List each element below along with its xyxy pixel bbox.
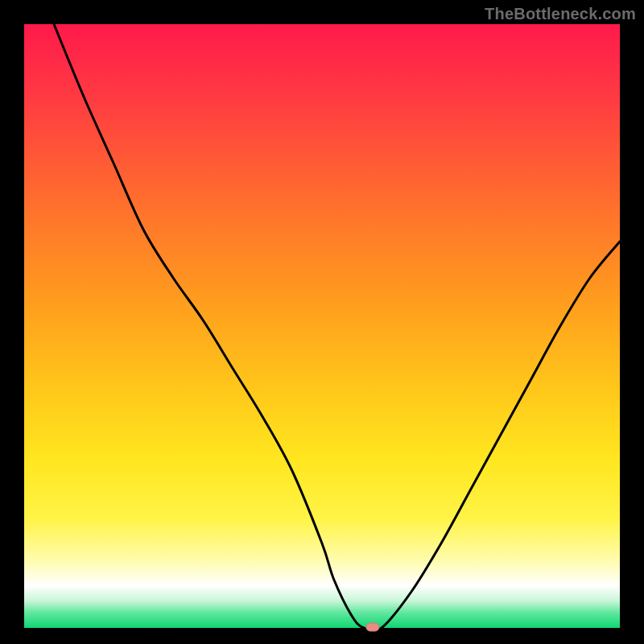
watermark-label: TheBottleneck.com — [485, 5, 636, 23]
plot-background — [24, 24, 620, 628]
optimum-marker — [366, 623, 379, 631]
bottleneck-chart — [0, 0, 644, 644]
chart-container: TheBottleneck.com — [0, 0, 644, 644]
